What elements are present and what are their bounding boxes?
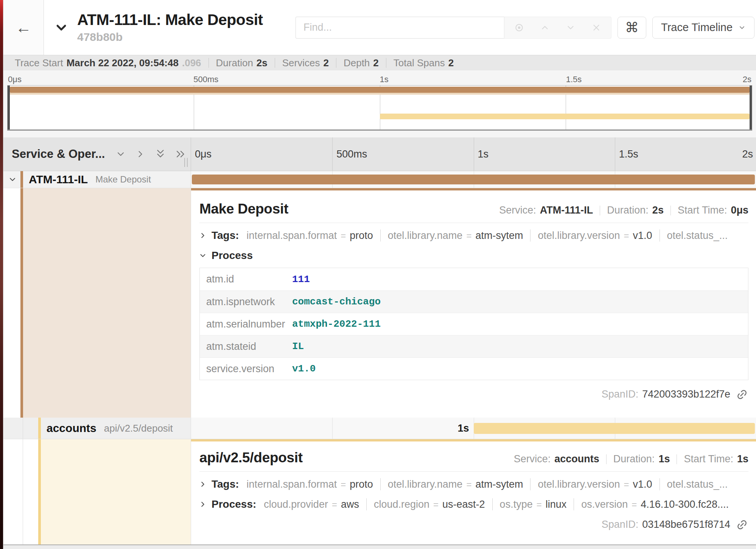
keyboard-shortcuts-button[interactable]: ⌘ [618, 17, 646, 39]
duration-value: 2s [652, 204, 664, 216]
tag-item: internal.span.format=proto [247, 479, 373, 490]
chevron-down-icon[interactable] [199, 251, 207, 260]
service-value: ATM-111-IL [540, 204, 593, 216]
tags-row: Tags: internal.span.format=proto otel.li… [199, 478, 749, 490]
span-bar-atm[interactable] [192, 175, 755, 184]
timeline-gridline [332, 418, 333, 439]
process-table-row: atm.id 111 [200, 268, 748, 290]
trace-id: 478b80b [77, 31, 263, 44]
span-row-track-atm [191, 171, 756, 188]
horizontal-scrollbar[interactable] [3, 544, 756, 549]
chevron-up-icon[interactable] [540, 23, 550, 33]
process-key: atm.serialnumber [200, 318, 292, 330]
back-arrow-icon: ← [16, 19, 31, 37]
span-row-label-accounts[interactable]: accounts api/v2.5/deposit [3, 418, 191, 439]
service-label: Service: [499, 204, 536, 216]
trace-total-spans: Total Spans 2 [394, 57, 454, 69]
tags-row: Tags: internal.span.format=proto otel.li… [199, 229, 749, 242]
span-detail-accounts: api/v2.5/deposit Service: accounts Durat… [3, 439, 756, 544]
view-selector-dropdown[interactable]: Trace Timeline [652, 17, 754, 39]
find-input[interactable] [296, 17, 504, 39]
tags-toggle[interactable]: Tags: [212, 478, 239, 490]
tag-item: otel.library.version=v1.0 [538, 479, 652, 490]
start-time-label: Start Time: [684, 453, 733, 465]
span-row-atm: ATM-111-IL Make Deposit [3, 171, 756, 188]
trace-services: Services 2 [282, 57, 329, 69]
close-icon[interactable] [591, 23, 601, 33]
view-selector-label: Trace Timeline [661, 21, 733, 34]
expand-one-level-chevron-down-icon[interactable] [115, 149, 126, 159]
process-value: v1.0 [292, 363, 316, 374]
divider [600, 206, 600, 215]
minimap-canvas[interactable] [7, 85, 752, 131]
tree-guide-line [23, 418, 23, 439]
collapse-one-level-chevron-right-icon[interactable] [135, 149, 146, 159]
span-detail-panel: api/v2.5/deposit Service: accounts Durat… [191, 439, 756, 544]
column-resize-handle[interactable] [184, 158, 188, 167]
chevron-right-icon[interactable] [199, 480, 207, 488]
jaeger-trace-view: ← ATM-111-IL: Make Deposit 478b80b [3, 0, 756, 549]
chevron-right-icon[interactable] [199, 231, 207, 240]
chevron-down-icon[interactable] [54, 20, 69, 35]
process-key: atm.id [200, 273, 292, 285]
minimap-left-drag-handle[interactable] [8, 86, 10, 129]
divider [336, 58, 336, 68]
span-id-value: 03148be6751f8714 [642, 519, 730, 530]
operation-name: api/v2.5/deposit [104, 423, 173, 434]
minimap-tick: 1.5s [566, 75, 582, 84]
start-time-value: 1s [737, 453, 748, 465]
tag-item: cloud.region=us-east-2 [374, 499, 485, 510]
tag-item: cloud.provider=aws [264, 499, 359, 510]
process-value: IL [292, 341, 304, 352]
process-tags-row: Process: cloud.provider=aws cloud.region… [199, 498, 749, 510]
divider [199, 223, 748, 223]
span-detail-left-gutter [3, 188, 191, 418]
trace-start-label: Trace Start [15, 57, 63, 69]
command-icon: ⌘ [625, 20, 639, 36]
duration-value: 2s [257, 57, 268, 69]
service-operation-title: Service & Oper... [12, 147, 105, 161]
trace-timeline-page: ← ATM-111-IL: Make Deposit 478b80b [0, 0, 756, 549]
minimap-right-drag-handle[interactable] [750, 86, 752, 129]
link-icon[interactable] [736, 389, 748, 400]
process-toggle[interactable]: Process [212, 250, 253, 262]
divider [606, 454, 607, 464]
span-row-label-atm[interactable]: ATM-111-IL Make Deposit [3, 171, 191, 188]
services-label: Services [282, 57, 320, 69]
service-color-stripe [38, 439, 41, 544]
timeline-tick-header: 0μs 500ms 1s 1.5s 2s [191, 137, 756, 171]
trace-depth: Depth 2 [344, 57, 379, 69]
span-row-track-accounts: 1s [191, 418, 756, 439]
minimap-tick-row: 0μs 500ms 1s 1.5s 2s [7, 74, 752, 85]
link-icon[interactable] [736, 519, 748, 530]
process-toggle[interactable]: Process: [212, 498, 256, 510]
trace-start-value: March 22 2022, 09:54:48 [67, 57, 179, 69]
trace-duration: Duration 2s [216, 57, 268, 69]
trace-title-block: ATM-111-IL: Make Deposit 478b80b [54, 11, 263, 43]
process-value: atmxph-2022-111 [292, 318, 381, 330]
process-table: atm.id 111 atm.ispnetwork comcast-chicag… [199, 268, 748, 380]
span-start-label: 1s [457, 423, 469, 434]
locate-match-icon[interactable] [514, 23, 524, 33]
chevron-down-icon[interactable] [8, 175, 17, 184]
span-bar-accounts[interactable] [474, 423, 755, 434]
tags-toggle[interactable]: Tags: [212, 229, 239, 242]
process-table-row: atm.ispnetwork comcast-chicago [200, 290, 748, 313]
divider [670, 206, 671, 215]
span-detail-meta: Service: ATM-111-IL Duration: 2s Start T… [499, 204, 748, 216]
chevron-right-icon[interactable] [199, 500, 207, 508]
divider [574, 498, 574, 510]
span-id-label: SpanID: [602, 519, 639, 530]
expand-all-double-chevron-down-icon[interactable] [155, 148, 166, 160]
back-button[interactable]: ← [3, 0, 44, 55]
service-color-stripe [20, 171, 23, 188]
span-detail-atm: Make Deposit Service: ATM-111-IL Duratio… [3, 188, 756, 418]
tree-guide-line [23, 439, 23, 544]
tag-item: otel.library.name=atm-sytem [388, 479, 523, 490]
depth-label: Depth [344, 57, 370, 69]
divider [380, 229, 381, 242]
divider [492, 498, 493, 510]
trace-start-ms: .096 [182, 57, 201, 69]
process-table-row: service.version v1.0 [200, 357, 748, 380]
chevron-down-icon[interactable] [566, 23, 576, 33]
